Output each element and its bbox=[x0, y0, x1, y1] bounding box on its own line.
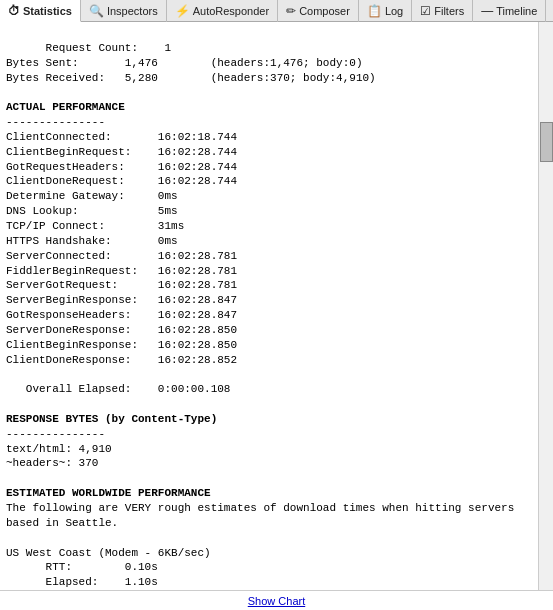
scrollbar[interactable] bbox=[538, 22, 553, 590]
tab-composer-label: Composer bbox=[299, 5, 350, 17]
request-count-line: Request Count: 1 bbox=[46, 42, 171, 54]
log-icon: 📋 bbox=[367, 4, 382, 18]
timeline-icon: — bbox=[481, 4, 493, 18]
tab-autoresponder[interactable]: ⚡ AutoResponder bbox=[167, 0, 278, 22]
statistics-icon: ⏱ bbox=[8, 4, 20, 18]
timing-clientdoneresponse: ClientDoneResponse: 16:02:28.852 bbox=[6, 354, 237, 366]
tab-filters-label: Filters bbox=[434, 5, 464, 17]
composer-icon: ✏ bbox=[286, 4, 296, 18]
tab-composer[interactable]: ✏ Composer bbox=[278, 0, 359, 22]
timing-clientbeginresponse: ClientBeginResponse: 16:02:28.850 bbox=[6, 339, 237, 351]
bottom-bar: Show Chart bbox=[0, 590, 553, 610]
timing-servergotrequest: ServerGotRequest: 16:02:28.781 bbox=[6, 279, 237, 291]
timing-serverdoneresponse: ServerDoneResponse: 16:02:28.850 bbox=[6, 324, 237, 336]
timing-determinegateway: Determine Gateway: 0ms bbox=[6, 190, 178, 202]
bytes-received-line: Bytes Received: 5,280 (headers:370; body… bbox=[6, 72, 376, 84]
inspectors-icon: 🔍 bbox=[89, 4, 104, 18]
show-chart-link[interactable]: Show Chart bbox=[248, 595, 305, 607]
estimated-header: ESTIMATED WORLDWIDE PERFORMANCE bbox=[6, 487, 211, 499]
tab-log[interactable]: 📋 Log bbox=[359, 0, 412, 22]
tab-timeline-label: Timeline bbox=[496, 5, 537, 17]
separator1: --------------- bbox=[6, 116, 105, 128]
filters-icon: ☑ bbox=[420, 4, 431, 18]
tab-autoresponder-label: AutoResponder bbox=[193, 5, 269, 17]
tab-timeline[interactable]: — Timeline bbox=[473, 0, 546, 22]
timing-serverconnected: ServerConnected: 16:02:28.781 bbox=[6, 250, 237, 262]
tab-statistics[interactable]: ⏱ Statistics bbox=[0, 0, 81, 22]
separator2: --------------- bbox=[6, 428, 105, 440]
overall-elapsed: Overall Elapsed: 0:00:00.108 bbox=[6, 383, 230, 395]
timing-gotresponseheaders: GotResponseHeaders: 16:02:28.847 bbox=[6, 309, 237, 321]
actual-performance-header: ACTUAL PERFORMANCE bbox=[6, 101, 125, 113]
timing-dnslookup: DNS Lookup: 5ms bbox=[6, 205, 178, 217]
tab-bar: ⏱ Statistics 🔍 Inspectors ⚡ AutoResponde… bbox=[0, 0, 553, 22]
timing-clientdonerequest: ClientDoneRequest: 16:02:28.744 bbox=[6, 175, 237, 187]
region-uswest-modem: US West Coast (Modem - 6KB/sec) RTT: 0.1… bbox=[6, 547, 211, 589]
tab-statistics-label: Statistics bbox=[23, 5, 72, 17]
timing-httpshandshake: HTTPS Handshake: 0ms bbox=[6, 235, 178, 247]
tab-log-label: Log bbox=[385, 5, 403, 17]
tab-inspectors-label: Inspectors bbox=[107, 5, 158, 17]
scrollbar-thumb[interactable] bbox=[540, 122, 553, 162]
bytes-sent-line: Bytes Sent: 1,476 (headers:1,476; body:0… bbox=[6, 57, 362, 69]
timing-clientconnected: ClientConnected: 16:02:18.744 bbox=[6, 131, 237, 143]
timing-serverbeginresponse: ServerBeginResponse: 16:02:28.847 bbox=[6, 294, 237, 306]
response-bytes-header: RESPONSE BYTES (by Content-Type) bbox=[6, 413, 217, 425]
timing-gotrequestheaders: GotRequestHeaders: 16:02:28.744 bbox=[6, 161, 237, 173]
tab-inspectors[interactable]: 🔍 Inspectors bbox=[81, 0, 167, 22]
response-bytes-headers: ~headers~: 370 bbox=[6, 457, 98, 469]
statistics-content: Request Count: 1 Bytes Sent: 1,476 (head… bbox=[6, 26, 532, 590]
estimated-desc: The following are VERY rough estimates o… bbox=[6, 502, 514, 529]
timing-fiddlerbeginrequest: FiddlerBeginRequest: 16:02:28.781 bbox=[6, 265, 237, 277]
autoresponder-icon: ⚡ bbox=[175, 4, 190, 18]
timing-tcpipconnect: TCP/IP Connect: 31ms bbox=[6, 220, 184, 232]
content-wrapper: Request Count: 1 Bytes Sent: 1,476 (head… bbox=[0, 22, 553, 590]
content-area[interactable]: Request Count: 1 Bytes Sent: 1,476 (head… bbox=[0, 22, 538, 590]
timing-clientbeginrequest: ClientBeginRequest: 16:02:28.744 bbox=[6, 146, 237, 158]
tab-filters[interactable]: ☑ Filters bbox=[412, 0, 473, 22]
response-bytes-html: text/html: 4,910 bbox=[6, 443, 112, 455]
